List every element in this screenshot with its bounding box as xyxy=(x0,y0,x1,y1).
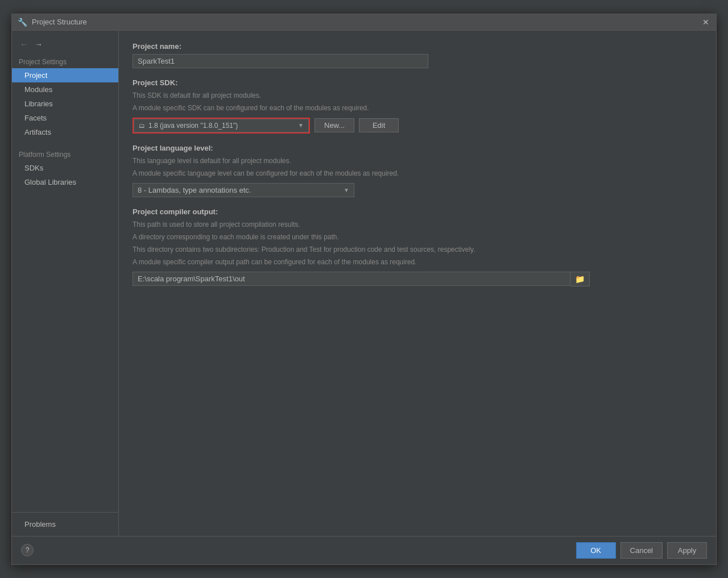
footer: ? OK Cancel Apply xyxy=(12,536,716,564)
dialog-icon: 🔧 xyxy=(18,18,27,27)
apply-button[interactable]: Apply xyxy=(667,542,707,559)
ok-button[interactable]: OK xyxy=(576,542,616,559)
sdk-dropdown-wrapper: 🗂 1.8 (java version "1.8.0_151") ▼ xyxy=(133,118,310,134)
close-button[interactable]: ✕ xyxy=(701,18,710,27)
sidebar-item-facets[interactable]: Facets xyxy=(12,111,118,125)
language-value-text: 8 - Lambdas, type annotations etc. xyxy=(138,186,251,194)
project-structure-dialog: 🔧 Project Structure ✕ ← → Project Settin… xyxy=(11,14,717,565)
language-dropdown-arrow-icon: ▼ xyxy=(344,187,349,193)
project-settings-header: Project Settings xyxy=(12,55,118,68)
sidebar-item-libraries[interactable]: Libraries xyxy=(12,97,118,111)
help-button[interactable]: ? xyxy=(21,544,34,556)
project-language-desc1: This language level is default for all p… xyxy=(133,156,702,166)
project-sdk-group: Project SDK: This SDK is default for all… xyxy=(133,78,702,134)
content-area: Project name: Project SDK: This SDK is d… xyxy=(119,31,716,536)
sidebar-item-problems[interactable]: Problems xyxy=(12,517,118,531)
project-name-input[interactable] xyxy=(133,54,428,68)
browse-path-button[interactable]: 📁 xyxy=(570,272,590,286)
language-dropdown[interactable]: 8 - Lambdas, type annotations etc. ▼ xyxy=(133,183,354,197)
project-compiler-group: Project compiler output: This path is us… xyxy=(133,207,702,286)
cancel-button[interactable]: Cancel xyxy=(621,542,663,559)
project-language-desc2: A module specific language level can be … xyxy=(133,168,702,178)
path-input-row: 📁 xyxy=(133,272,702,286)
sdk-dropdown-arrow-icon: ▼ xyxy=(298,122,304,128)
footer-left: ? xyxy=(21,544,34,556)
dialog-title: Project Structure xyxy=(32,18,87,26)
main-body: ← → Project Settings Project Modules Lib… xyxy=(12,31,716,536)
new-sdk-button[interactable]: New... xyxy=(315,118,354,132)
title-bar: 🔧 Project Structure ✕ xyxy=(12,14,716,31)
sdk-value-text: 1.8 (java version "1.8.0_151") xyxy=(148,122,296,130)
sdk-row: 🗂 1.8 (java version "1.8.0_151") ▼ New..… xyxy=(133,118,702,134)
sdk-folder-icon: 🗂 xyxy=(139,122,145,129)
title-bar-left: 🔧 Project Structure xyxy=(18,18,87,27)
sidebar-item-modules[interactable]: Modules xyxy=(12,82,118,97)
sidebar-item-artifacts[interactable]: Artifacts xyxy=(12,125,118,139)
edit-sdk-button[interactable]: Edit xyxy=(359,118,399,132)
platform-settings-header: Platform Settings xyxy=(12,146,118,161)
folder-browse-icon: 📁 xyxy=(575,275,585,284)
project-language-label: Project language level: xyxy=(133,144,702,152)
problems-section: Problems xyxy=(12,512,118,531)
sdk-dropdown[interactable]: 🗂 1.8 (java version "1.8.0_151") ▼ xyxy=(134,119,309,132)
project-sdk-desc2: A module specific SDK can be configured … xyxy=(133,103,702,113)
sidebar: ← → Project Settings Project Modules Lib… xyxy=(12,31,119,536)
nav-arrows: ← → xyxy=(12,35,118,55)
nav-spacer xyxy=(12,139,118,146)
forward-button[interactable]: → xyxy=(32,39,45,50)
compiler-path-input[interactable] xyxy=(133,272,570,286)
compiler-desc1: This path is used to store all project c… xyxy=(133,219,702,230)
sidebar-item-project[interactable]: Project xyxy=(12,68,118,82)
compiler-desc2: A directory corresponding to each module… xyxy=(133,232,702,242)
compiler-desc4: A module specific compiler output path c… xyxy=(133,257,702,267)
sidebar-item-sdks[interactable]: SDKs xyxy=(12,161,118,175)
project-name-group: Project name: xyxy=(133,42,702,68)
project-sdk-label: Project SDK: xyxy=(133,78,702,87)
project-sdk-desc1: This SDK is default for all project modu… xyxy=(133,90,702,101)
back-button[interactable]: ← xyxy=(18,39,30,50)
sidebar-item-global-libraries[interactable]: Global Libraries xyxy=(12,175,118,189)
project-name-label: Project name: xyxy=(133,42,702,51)
project-compiler-label: Project compiler output: xyxy=(133,207,702,216)
project-language-group: Project language level: This language le… xyxy=(133,144,702,197)
compiler-desc3: This directory contains two subdirectori… xyxy=(133,244,702,255)
